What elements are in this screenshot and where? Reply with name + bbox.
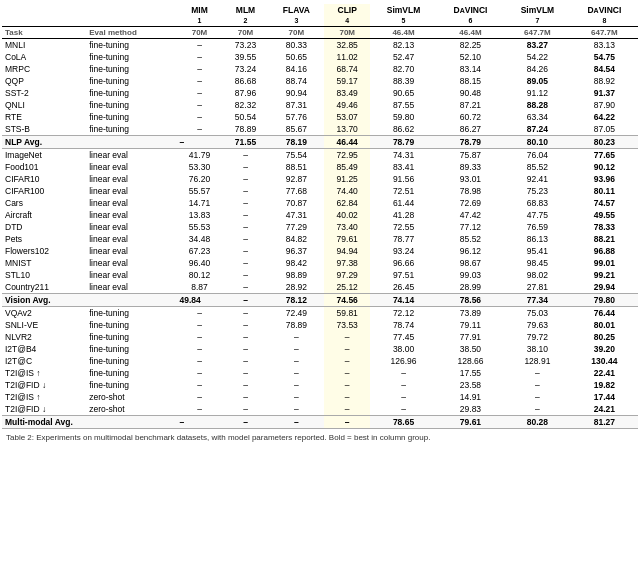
value-cell: 98.02	[504, 269, 571, 281]
value-cell: 28.99	[437, 281, 504, 294]
value-cell: 86.62	[370, 123, 437, 136]
value-cell: 73.23	[223, 39, 269, 52]
subh-70m-3: 70M	[268, 27, 324, 39]
value-cell: 78.33	[571, 221, 638, 233]
value-cell: –	[223, 209, 269, 221]
table-row: T2I@FID ↓zero-shot–––––29.83–24.21	[2, 403, 638, 416]
avg-cell: 81.27	[571, 416, 638, 429]
value-cell: –	[504, 379, 571, 391]
value-cell: 78.89	[268, 319, 324, 331]
table-row: QNLIfine-tuning–82.3287.3149.4687.5587.2…	[2, 99, 638, 111]
value-cell: 23.58	[437, 379, 504, 391]
eval-cell: linear eval	[86, 245, 176, 257]
value-cell: –	[177, 367, 223, 379]
value-cell: 96.66	[370, 257, 437, 269]
value-cell: 47.75	[504, 209, 571, 221]
col-davinci6: DAVINCI6	[437, 4, 504, 27]
value-cell: 68.83	[504, 197, 571, 209]
value-cell: 79.61	[324, 233, 370, 245]
value-cell: –	[504, 367, 571, 379]
value-cell: 75.87	[437, 149, 504, 162]
value-cell: –	[324, 331, 370, 343]
avg-cell: –	[177, 136, 223, 149]
value-cell: –	[223, 307, 269, 320]
task-cell: T2I@IS ↑	[2, 367, 86, 379]
value-cell: 84.26	[504, 63, 571, 75]
value-cell: 34.48	[177, 233, 223, 245]
col-simvlm7: SimVLM7	[504, 4, 571, 27]
value-cell: 41.79	[177, 149, 223, 162]
value-cell: –	[370, 391, 437, 403]
value-cell: 72.49	[268, 307, 324, 320]
task-cell: RTE	[2, 111, 86, 123]
value-cell: 29.94	[571, 281, 638, 294]
value-cell: 83.41	[370, 161, 437, 173]
eval-cell: zero-shot	[86, 391, 176, 403]
value-cell: 25.12	[324, 281, 370, 294]
value-cell: –	[223, 379, 269, 391]
table-row: CIFAR10linear eval76.20–92.8791.2591.569…	[2, 173, 638, 185]
value-cell: 27.81	[504, 281, 571, 294]
value-cell: –	[268, 379, 324, 391]
value-cell: 63.34	[504, 111, 571, 123]
vision-avg-row: Vision Avg.49.84–78.1274.5674.1478.5677.…	[2, 294, 638, 307]
value-cell: 59.80	[370, 111, 437, 123]
value-cell: 95.41	[504, 245, 571, 257]
value-cell: 94.94	[324, 245, 370, 257]
eval-cell: linear eval	[86, 185, 176, 197]
eval-cell: fine-tuning	[86, 99, 176, 111]
value-cell: 14.71	[177, 197, 223, 209]
task-cell: STL10	[2, 269, 86, 281]
task-cell: MNLI	[2, 39, 86, 52]
value-cell: 98.67	[437, 257, 504, 269]
subh-70m-4: 70M	[324, 27, 370, 39]
value-cell: –	[177, 343, 223, 355]
avg-cell: –	[223, 416, 269, 429]
avg-cell: 78.19	[268, 136, 324, 149]
table-row: Carslinear eval14.71–70.8762.8461.4472.6…	[2, 197, 638, 209]
subh-464m-5: 46.4M	[370, 27, 437, 39]
avg-cell: Vision Avg.	[2, 294, 177, 307]
table-row: ImageNetlinear eval41.79–75.5472.9574.31…	[2, 149, 638, 162]
value-cell: 99.21	[571, 269, 638, 281]
column-subheader-row: Task Eval method 70M 70M 70M 70M 46.4M 4…	[2, 27, 638, 39]
value-cell: 87.90	[571, 99, 638, 111]
value-cell: –	[177, 355, 223, 367]
value-cell: –	[177, 51, 223, 63]
value-cell: 78.89	[223, 123, 269, 136]
value-cell: 91.12	[504, 87, 571, 99]
value-cell: 53.07	[324, 111, 370, 123]
value-cell: 76.59	[504, 221, 571, 233]
value-cell: 86.68	[223, 75, 269, 87]
col-simvlm5: SimVLM5	[370, 4, 437, 27]
value-cell: –	[177, 75, 223, 87]
mm-avg-row: Multi-modal Avg.––––78.6579.6180.2881.27	[2, 416, 638, 429]
table-row: T2I@IS ↑fine-tuning–––––17.55–22.41	[2, 367, 638, 379]
value-cell: –	[324, 355, 370, 367]
eval-cell: fine-tuning	[86, 87, 176, 99]
value-cell: 13.70	[324, 123, 370, 136]
value-cell: 55.53	[177, 221, 223, 233]
avg-cell: 78.79	[370, 136, 437, 149]
value-cell: 79.11	[437, 319, 504, 331]
value-cell: 77.12	[437, 221, 504, 233]
value-cell: –	[177, 307, 223, 320]
task-cell: SNLI-VE	[2, 319, 86, 331]
task-cell: Cars	[2, 197, 86, 209]
task-cell: SST-2	[2, 87, 86, 99]
table-caption: Table 2: Experiments on multimodal bench…	[2, 429, 638, 444]
value-cell: 90.48	[437, 87, 504, 99]
value-cell: –	[223, 343, 269, 355]
value-cell: 77.29	[268, 221, 324, 233]
eval-cell: fine-tuning	[86, 111, 176, 123]
eval-cell: fine-tuning	[86, 343, 176, 355]
table-row: Petslinear eval34.48–84.8279.6178.7785.5…	[2, 233, 638, 245]
value-cell: 38.50	[437, 343, 504, 355]
avg-cell: 78.79	[437, 136, 504, 149]
value-cell: 91.37	[571, 87, 638, 99]
value-cell: 24.21	[571, 403, 638, 416]
value-cell: 90.94	[268, 87, 324, 99]
task-cell: CoLA	[2, 51, 86, 63]
value-cell: 86.13	[504, 233, 571, 245]
value-cell: 53.30	[177, 161, 223, 173]
